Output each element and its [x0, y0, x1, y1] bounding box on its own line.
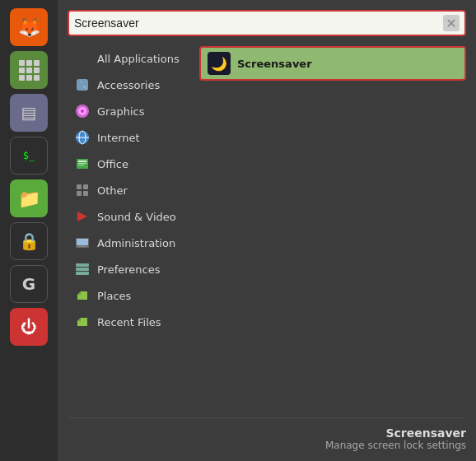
office-icon	[74, 156, 91, 172]
category-all-label: All Applications	[97, 53, 180, 65]
svg-rect-19	[78, 246, 86, 247]
screensaver-app-icon: 🌙	[208, 52, 231, 75]
search-input[interactable]	[74, 16, 443, 30]
app-screensaver[interactable]: 🌙 Screensaver	[199, 46, 466, 81]
search-bar: ✕	[68, 10, 466, 36]
sidebar-icon-refresh[interactable]: G	[10, 265, 48, 303]
main-content: ✕ All Applications 🔧 Accessories Graphic…	[58, 0, 476, 461]
svg-rect-12	[77, 184, 82, 189]
sound-video-icon	[74, 208, 91, 225]
category-internet-label: Internet	[97, 132, 140, 144]
status-description: Manage screen lock settings	[68, 440, 466, 451]
category-office[interactable]: Office	[68, 151, 199, 176]
svg-rect-21	[76, 268, 89, 271]
category-other-label: Other	[97, 184, 128, 197]
svg-rect-13	[83, 184, 88, 189]
category-preferences-label: Preferences	[97, 263, 160, 276]
all-applications-icon	[74, 50, 91, 67]
content-area: All Applications 🔧 Accessories Graphics …	[68, 46, 466, 417]
sidebar-icon-power[interactable]: ⏻	[10, 308, 48, 346]
recent-files-icon	[74, 314, 91, 330]
clear-icon: ✕	[446, 16, 456, 31]
sidebar-icon-uitools[interactable]: ▤	[10, 94, 48, 132]
sidebar: 🦊 ▤ $_ 📁 🔒 G ⏻	[0, 0, 58, 461]
category-preferences[interactable]: Preferences	[68, 257, 199, 282]
status-bar: Screensaver Manage screen lock settings	[68, 417, 466, 451]
preferences-icon	[74, 261, 91, 277]
category-sound-video-label: Sound & Video	[97, 211, 176, 223]
accessories-icon: 🔧	[74, 77, 91, 93]
category-accessories[interactable]: 🔧 Accessories	[68, 72, 199, 97]
sidebar-icon-lock[interactable]: 🔒	[10, 222, 48, 260]
svg-rect-15	[83, 191, 88, 196]
categories-list: All Applications 🔧 Accessories Graphics …	[68, 46, 199, 417]
sidebar-icon-terminal[interactable]: $_	[10, 137, 48, 175]
internet-icon	[74, 129, 91, 146]
places-icon	[74, 287, 91, 304]
other-icon	[74, 182, 91, 198]
sidebar-icon-files[interactable]: 📁	[10, 179, 48, 217]
folder-icon: 📁	[18, 189, 40, 209]
svg-rect-14	[77, 191, 82, 196]
category-sound-video[interactable]: Sound & Video	[68, 204, 199, 229]
svg-text:🔧: 🔧	[78, 81, 88, 91]
uitools-icon: ▤	[21, 103, 37, 123]
svg-rect-18	[77, 239, 88, 245]
category-internet[interactable]: Internet	[68, 125, 199, 150]
category-accessories-label: Accessories	[97, 79, 160, 91]
administration-icon	[74, 235, 91, 251]
search-clear-button[interactable]: ✕	[443, 15, 460, 31]
power-icon: ⏻	[21, 317, 37, 337]
category-administration[interactable]: Administration	[68, 230, 199, 255]
svg-marker-16	[77, 212, 87, 221]
category-graphics[interactable]: Graphics	[68, 99, 199, 123]
graphics-icon	[74, 103, 91, 119]
svg-rect-11	[78, 165, 84, 165]
apps-list: 🌙 Screensaver	[199, 46, 466, 417]
category-other[interactable]: Other	[68, 178, 199, 203]
sidebar-icon-firefox[interactable]: 🦊	[10, 8, 48, 46]
category-graphics-label: Graphics	[97, 105, 144, 118]
lock-icon: 🔒	[19, 231, 40, 251]
category-all-applications[interactable]: All Applications	[68, 46, 199, 71]
firefox-icon: 🦊	[18, 17, 40, 38]
svg-rect-10	[78, 163, 86, 164]
category-administration-label: Administration	[97, 237, 175, 249]
category-office-label: Office	[97, 158, 128, 170]
terminal-icon: $_	[23, 150, 35, 161]
svg-point-4	[81, 109, 84, 113]
refresh-icon: G	[22, 274, 35, 294]
svg-rect-9	[78, 161, 86, 162]
category-places[interactable]: Places	[68, 283, 199, 308]
svg-rect-22	[76, 272, 89, 275]
category-places-label: Places	[97, 290, 131, 302]
sidebar-icon-grid[interactable]	[10, 51, 48, 89]
grid-icon	[19, 60, 40, 81]
status-title: Screensaver	[68, 426, 466, 440]
svg-rect-20	[76, 263, 89, 267]
category-recent-files[interactable]: Recent Files	[68, 310, 199, 334]
category-recent-files-label: Recent Files	[97, 316, 161, 328]
app-screensaver-label: Screensaver	[237, 58, 312, 70]
